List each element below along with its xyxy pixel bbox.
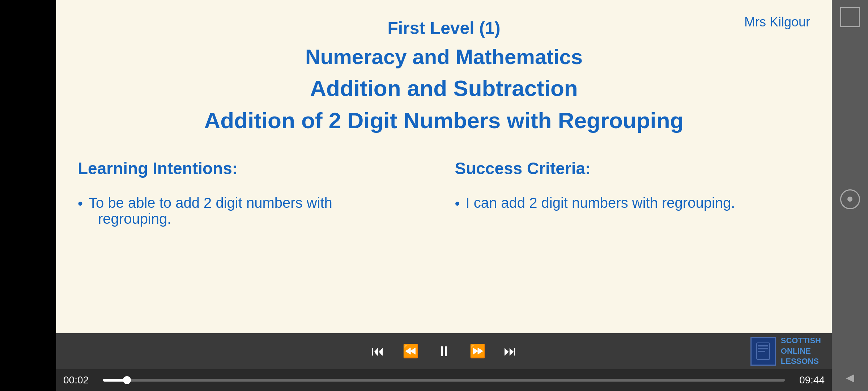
progress-track[interactable]: [103, 379, 785, 382]
logo-text: SCOTTISH ONLINE LESSONS: [781, 336, 821, 367]
svg-rect-1: [758, 345, 768, 346]
stop-button[interactable]: [840, 7, 860, 27]
bullet-dot-2: •: [455, 193, 460, 214]
current-time: 00:02: [63, 374, 96, 386]
slide-area: Mrs Kilgour First Level (1) Numeracy and…: [56, 0, 832, 333]
learning-intentions-header: Learning Intentions:: [78, 159, 433, 178]
progress-thumb[interactable]: [123, 376, 131, 384]
learning-bullet-line1: To be able to add 2 digit numbers with: [89, 193, 332, 213]
pause-button[interactable]: ⏸: [437, 343, 451, 360]
teacher-name: Mrs Kilgour: [744, 14, 810, 30]
controls-bar: ⏮ ⏪ ⏸ ⏩ ⏭ SCOTTISH ONLINE LESSONS: [56, 333, 832, 369]
level-title: First Level (1): [78, 18, 810, 38]
left-black-bar: [0, 0, 56, 391]
addition-subtraction-title: Addition and Subtraction: [78, 75, 810, 101]
slide-header: Mrs Kilgour First Level (1) Numeracy and…: [78, 14, 810, 144]
success-criteria-header: Success Criteria:: [455, 159, 810, 178]
svg-rect-2: [758, 348, 768, 349]
skip-back-button[interactable]: ⏮: [371, 344, 384, 359]
end-time: 09:44: [792, 374, 825, 386]
learning-bullet-text: To be able to add 2 digit numbers with: [89, 193, 332, 213]
numeracy-title: Numeracy and Mathematics: [78, 45, 810, 69]
record-icon: [847, 197, 852, 202]
back-arrow-button[interactable]: ◀: [846, 371, 854, 384]
bullet-dot-1: •: [78, 193, 83, 214]
svg-rect-3: [758, 351, 765, 352]
main-lesson-title: Addition of 2 Digit Numbers with Regroup…: [78, 108, 810, 133]
logo-icon: [750, 337, 776, 366]
slide-body: Learning Intentions: • To be able to add…: [78, 159, 810, 227]
success-criteria-column: Success Criteria: • I can add 2 digit nu…: [455, 159, 810, 227]
learning-bullet-continued: regrouping.: [98, 211, 433, 227]
record-button[interactable]: [840, 189, 860, 209]
main-content: Mrs Kilgour First Level (1) Numeracy and…: [56, 0, 832, 391]
right-sidebar: ◀: [832, 0, 868, 391]
playback-controls: ⏮ ⏪ ⏸ ⏩ ⏭: [371, 343, 517, 360]
success-bullet-item: • I can add 2 digit numbers with regroup…: [455, 193, 810, 214]
success-bullet-text: I can add 2 digit numbers with regroupin…: [466, 193, 735, 213]
fast-forward-button[interactable]: ⏩: [469, 344, 486, 359]
skip-forward-button[interactable]: ⏭: [504, 344, 517, 359]
rewind-button[interactable]: ⏪: [403, 344, 419, 359]
logo-area: SCOTTISH ONLINE LESSONS: [750, 336, 821, 367]
learning-intentions-column: Learning Intentions: • To be able to add…: [78, 159, 433, 227]
progress-bar-row: 00:02 09:44: [56, 369, 832, 391]
